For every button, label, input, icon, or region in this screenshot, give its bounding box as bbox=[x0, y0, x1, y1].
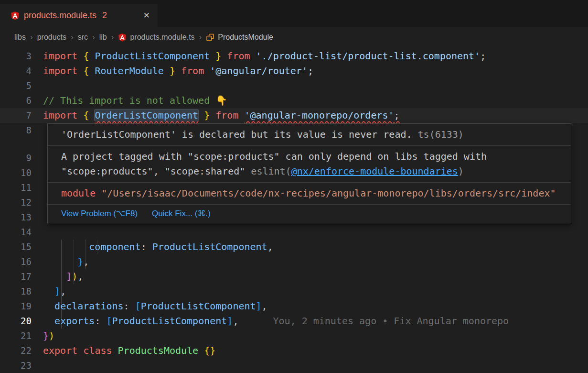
line-number: 5 bbox=[0, 78, 43, 93]
code-token: from bbox=[215, 110, 244, 121]
indent-guide bbox=[85, 240, 86, 269]
code-editor[interactable]: 3import { ProductListComponent } from '.… bbox=[0, 48, 588, 373]
eslint-rule-link[interactable]: @nx/enforce-module-boundaries bbox=[291, 165, 458, 177]
code-token bbox=[43, 315, 54, 327]
code-token: '@angular-monorepo/orders' bbox=[244, 110, 394, 121]
chevron-right-icon: › bbox=[92, 33, 95, 42]
hover-section-eslint-diagnostic: A project tagged with "scope:products" c… bbox=[48, 146, 571, 183]
tab-close-button[interactable]: ✕ bbox=[143, 11, 150, 20]
hover-text: module bbox=[61, 187, 96, 199]
breadcrumb-item-src[interactable]: src bbox=[78, 33, 88, 42]
line-number: 10 bbox=[0, 165, 43, 180]
code-content: import { ProductListComponent } from './… bbox=[43, 49, 588, 64]
hover-sections: 'OrderListComponent' is declared but its… bbox=[48, 124, 571, 205]
line-number: 17 bbox=[0, 269, 43, 284]
code-token: ) bbox=[72, 271, 77, 282]
git-blame-annotation: You, 2 minutes ago • Fix Angular monorep… bbox=[273, 315, 509, 327]
code-token bbox=[43, 256, 77, 267]
code-content: }) bbox=[43, 329, 588, 343]
code-line-6: 6// This import is not allowed 👇 bbox=[0, 93, 588, 108]
angular-icon bbox=[11, 11, 20, 20]
line-number: 19 bbox=[0, 299, 43, 314]
code-line-17: 17 ]), bbox=[0, 269, 588, 284]
code-content: import { RouterModule } from '@angular/r… bbox=[43, 64, 588, 78]
chevron-right-icon: › bbox=[71, 33, 74, 42]
code-token: // This import is not allowed bbox=[43, 95, 215, 106]
code-content bbox=[43, 225, 588, 240]
line-number: 23 bbox=[0, 358, 43, 373]
hover-section-ts-diagnostic: 'OrderListComponent' is declared but its… bbox=[48, 124, 571, 146]
line-number: 18 bbox=[0, 284, 43, 299]
code-token: import bbox=[43, 110, 83, 121]
breadcrumb-label: ProductsModule bbox=[218, 33, 273, 42]
code-token: ProductListComponent bbox=[95, 50, 210, 62]
code-token: ] bbox=[227, 315, 233, 327]
line-number: 3 bbox=[0, 49, 43, 64]
code-token: [ bbox=[106, 315, 112, 327]
line-number: 4 bbox=[0, 64, 43, 78]
code-token: ; bbox=[308, 65, 313, 77]
code-content: // This import is not allowed 👇 bbox=[43, 93, 588, 108]
breadcrumb-item-libs[interactable]: libs bbox=[14, 33, 26, 42]
code-token: { bbox=[83, 50, 95, 62]
breadcrumb-item-products[interactable]: products bbox=[37, 33, 66, 42]
code-token: {} bbox=[204, 345, 215, 356]
code-token: '@angular/router' bbox=[210, 65, 308, 77]
code-token: './product-list/product-list.component' bbox=[256, 50, 481, 62]
hover-text: ) bbox=[458, 165, 464, 177]
breadcrumb-item-products-module-ts[interactable]: products.module.ts bbox=[118, 33, 194, 42]
tab-bar: products.module.ts 2 ✕ bbox=[0, 0, 588, 27]
code-token: } bbox=[210, 50, 227, 62]
breadcrumb-label: libs bbox=[14, 33, 26, 42]
code-token: ProductListComponent bbox=[141, 300, 256, 312]
vscode-window: products.module.ts 2 ✕ libs›products›src… bbox=[0, 0, 588, 373]
code-line-23: 23 bbox=[0, 358, 588, 373]
breadcrumb-item-productsmodule[interactable]: ProductsModule bbox=[206, 33, 273, 42]
code-token: : bbox=[95, 315, 106, 327]
code-token: import bbox=[43, 65, 83, 77]
code-content: declarations: [ProductListComponent], bbox=[43, 299, 588, 314]
code-token: , bbox=[262, 300, 267, 312]
tab-title: products.module.ts bbox=[24, 11, 96, 21]
code-token: from bbox=[227, 50, 256, 62]
code-token bbox=[43, 241, 89, 252]
line-number: 11 bbox=[0, 180, 43, 195]
code-token: ; bbox=[480, 50, 486, 62]
code-token: ) bbox=[49, 330, 54, 341]
code-content bbox=[43, 358, 588, 373]
code-token: [ bbox=[135, 300, 141, 312]
code-token: ] bbox=[54, 285, 60, 297]
code-content: export class ProductsModule {} bbox=[43, 343, 588, 358]
code-line-18: 18 ], bbox=[0, 284, 588, 299]
breadcrumb-item-lib[interactable]: lib bbox=[99, 33, 107, 42]
line-number: 8 bbox=[0, 123, 43, 138]
code-token: from bbox=[181, 65, 210, 77]
code-line-20: 20 exports: [ProductListComponent],You, … bbox=[0, 314, 588, 329]
code-content: }, bbox=[43, 254, 588, 269]
hover-actions: View Problem (⌥F8)Quick Fix... (⌘.) bbox=[48, 205, 571, 223]
editor-tab-products-module[interactable]: products.module.ts 2 ✕ bbox=[0, 4, 158, 27]
code-token: declarations bbox=[54, 300, 124, 312]
code-line-21: 21}) bbox=[0, 329, 588, 343]
chevron-right-icon: › bbox=[30, 33, 33, 42]
code-token: export bbox=[43, 345, 83, 356]
code-token: , bbox=[233, 315, 238, 327]
breadcrumb: libs›products›src›lib›products.module.ts… bbox=[0, 27, 588, 48]
code-token: } bbox=[164, 65, 181, 77]
hover-action-quick-fix[interactable]: Quick Fix... (⌘.) bbox=[152, 208, 211, 219]
code-content: component: ProductListComponent, bbox=[43, 240, 588, 254]
code-token: ProductListComponent bbox=[152, 241, 267, 252]
hover-text: ts(6133) bbox=[412, 129, 464, 140]
code-content: exports: [ProductListComponent],You, 2 m… bbox=[43, 314, 588, 329]
class-symbol-icon bbox=[206, 33, 214, 42]
hover-action-view-problem[interactable]: View Problem (⌥F8) bbox=[61, 208, 138, 219]
code-token bbox=[43, 300, 54, 312]
indent-guide bbox=[74, 240, 74, 284]
line-number: 22 bbox=[0, 343, 43, 358]
indent-guide bbox=[97, 240, 97, 254]
code-line-15: 15 component: ProductListComponent, bbox=[0, 240, 588, 254]
code-token: } bbox=[77, 256, 83, 267]
code-token: RouterModule bbox=[95, 65, 164, 77]
line-number: 15 bbox=[0, 240, 43, 254]
code-content: import { OrderListComponent } from '@ang… bbox=[43, 108, 588, 123]
